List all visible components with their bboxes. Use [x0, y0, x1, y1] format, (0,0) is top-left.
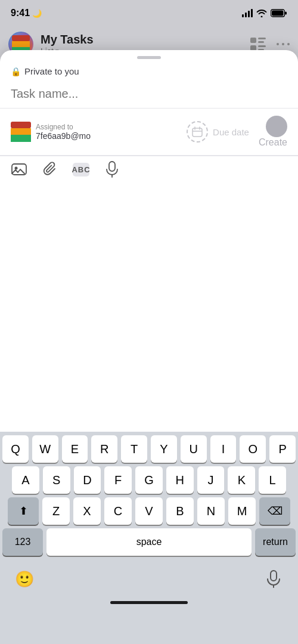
create-button[interactable]: Create [259, 137, 287, 148]
sheet-toolbar: ABC [0, 156, 298, 184]
svg-rect-1 [285, 12, 287, 15]
key-v[interactable]: V [135, 497, 163, 525]
svg-rect-3 [12, 35, 30, 41]
key-z[interactable]: Z [42, 497, 70, 525]
svg-rect-7 [258, 38, 266, 39]
svg-rect-31 [11, 135, 31, 142]
keyboard-row-1: Q W E R T Y U I O P [0, 432, 298, 463]
key-h[interactable]: H [166, 466, 194, 494]
assignee-avatar [11, 122, 31, 142]
key-b[interactable]: B [166, 497, 194, 525]
home-indicator [110, 601, 188, 604]
mic-key[interactable] [260, 565, 287, 593]
key-e[interactable]: E [62, 435, 88, 463]
key-g[interactable]: G [135, 466, 163, 494]
svg-point-37 [15, 167, 18, 170]
key-f[interactable]: F [104, 466, 132, 494]
key-o[interactable]: O [240, 435, 266, 463]
moon-icon: 🌙 [32, 9, 42, 18]
space-key[interactable]: space [46, 528, 252, 556]
more-icon[interactable] [277, 42, 290, 46]
svg-rect-38 [109, 162, 115, 171]
keyboard-row-2: A S D F G H J K L [0, 463, 298, 494]
keyboard: Q W E R T Y U I O P A S D F G H J K L ⬆ … [0, 432, 298, 644]
key-s[interactable]: S [43, 466, 70, 494]
svg-rect-30 [11, 128, 31, 135]
key-w[interactable]: W [32, 435, 58, 463]
page-title: My Tasks [41, 33, 243, 47]
key-q[interactable]: Q [2, 435, 29, 463]
key-m[interactable]: M [228, 497, 256, 525]
signal-icon [242, 9, 253, 17]
lock-icon: 🔒 [11, 67, 21, 76]
key-u[interactable]: U [181, 435, 207, 463]
svg-rect-10 [258, 45, 266, 47]
svg-rect-29 [11, 122, 31, 128]
svg-point-14 [287, 43, 290, 45]
key-x[interactable]: X [73, 497, 101, 525]
delete-key[interactable]: ⌫ [259, 497, 290, 525]
key-y[interactable]: Y [151, 435, 177, 463]
svg-rect-4 [12, 41, 30, 47]
svg-rect-32 [193, 128, 202, 137]
bottom-sheet: 🔒 Private to you Assigned to 7fe6aa9b@mo… [0, 50, 298, 432]
layout-icon[interactable] [250, 38, 266, 51]
keyboard-row-4: 123 space return [0, 525, 298, 559]
keyboard-row-3: ⬆ Z X C V B N M ⌫ [0, 494, 298, 525]
assigned-to-label: Assigned to [36, 123, 91, 131]
key-k[interactable]: K [228, 466, 255, 494]
key-t[interactable]: T [121, 435, 147, 463]
due-date-circle[interactable] [187, 121, 208, 143]
svg-point-12 [277, 43, 279, 45]
assignee-text: Assigned to 7fe6aa9b@mo [36, 123, 91, 141]
assignee-value: 7fe6aa9b@mo [36, 131, 91, 141]
wifi-icon [256, 9, 267, 17]
header-actions [250, 38, 290, 51]
task-name-input[interactable] [0, 82, 298, 108]
svg-rect-40 [271, 571, 277, 581]
key-d[interactable]: D [74, 466, 101, 494]
sheet-handle[interactable] [137, 56, 161, 59]
key-c[interactable]: C [104, 497, 132, 525]
key-l[interactable]: L [259, 466, 286, 494]
emoji-key[interactable]: 🙂 [11, 565, 38, 593]
image-icon[interactable] [11, 161, 27, 178]
sheet-meta-row: Assigned to 7fe6aa9b@mo Due date Create [0, 109, 298, 155]
key-i[interactable]: I [210, 435, 237, 463]
svg-point-13 [282, 43, 284, 45]
shift-key[interactable]: ⬆ [8, 497, 39, 525]
text-scan-icon[interactable]: ABC [73, 163, 89, 177]
svg-rect-8 [258, 41, 264, 43]
create-circle [266, 116, 287, 137]
keyboard-bottom-bar: 🙂 [0, 559, 298, 597]
svg-rect-6 [250, 38, 256, 43]
key-r[interactable]: R [91, 435, 117, 463]
sheet-privacy-row: 🔒 Private to you [0, 64, 298, 82]
key-p[interactable]: P [269, 435, 296, 463]
time-label: 9:41 [11, 8, 30, 18]
numbers-key[interactable]: 123 [2, 528, 43, 556]
status-bar: 9:41 🌙 [0, 0, 298, 26]
privacy-label: Private to you [24, 66, 79, 76]
due-date-group[interactable]: Due date [187, 121, 249, 143]
battery-icon [271, 9, 287, 17]
key-n[interactable]: N [197, 497, 225, 525]
return-key[interactable]: return [255, 528, 296, 556]
key-a[interactable]: A [12, 466, 39, 494]
key-j[interactable]: J [197, 466, 225, 494]
microphone-icon[interactable] [104, 161, 120, 178]
status-time: 9:41 🌙 [11, 8, 42, 18]
svg-rect-2 [272, 11, 284, 16]
attachment-icon[interactable] [42, 161, 58, 178]
due-date-label: Due date [213, 127, 249, 137]
status-icons [242, 9, 287, 17]
assignee-group[interactable]: Assigned to 7fe6aa9b@mo [11, 122, 178, 142]
